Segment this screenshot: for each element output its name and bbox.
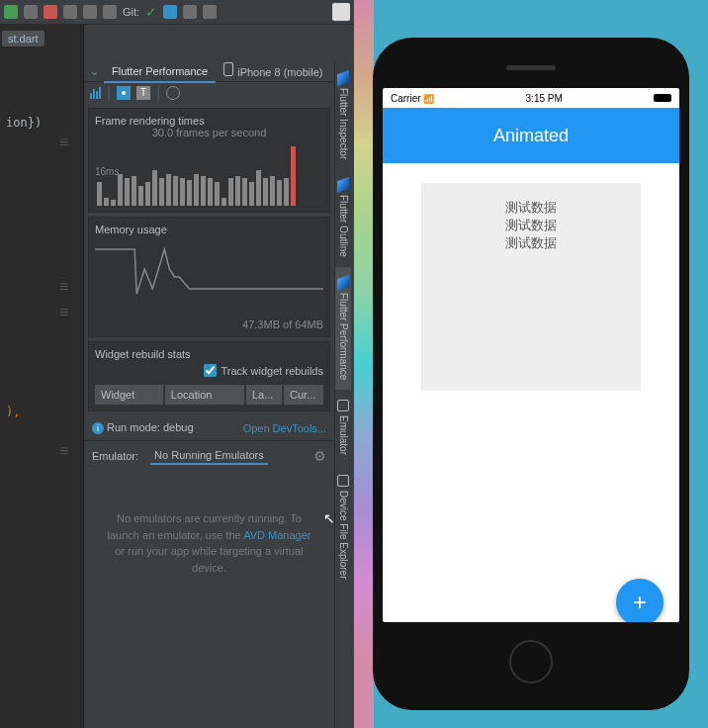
tab-flutter-performance[interactable]: Flutter Performance	[104, 61, 216, 83]
frame-bar	[242, 178, 247, 206]
vcs-commit-icon[interactable]: ✓	[145, 4, 157, 20]
track-checkbox[interactable]	[204, 364, 217, 377]
frame-bar	[208, 178, 213, 206]
panel-header: ⌄ Flutter Performance iPhone 8 (mobile)	[84, 62, 334, 82]
frame-bar	[97, 182, 102, 206]
overlay-icon[interactable]	[117, 86, 131, 100]
folder-icon	[337, 475, 349, 487]
frame-bar	[228, 178, 233, 206]
frame-bar	[132, 176, 136, 206]
restart-icon[interactable]	[83, 5, 97, 19]
device-selector[interactable]: iPhone 8 (mobile)	[216, 62, 330, 82]
col-location[interactable]: Location	[165, 385, 244, 405]
flutter-icon	[337, 70, 349, 86]
frame-bar	[118, 174, 123, 206]
carrier-label: Carrier	[391, 93, 421, 104]
fold-icon[interactable]: ≡	[2, 274, 81, 300]
phone-screen: Carrier 3:15 PM Animated 测试数据 测试数据 测试数据 …	[383, 88, 679, 622]
frame-bar	[270, 176, 275, 206]
emulator-tab[interactable]: No Running Emulators	[150, 447, 268, 465]
frame-bar-chart: 16ms	[95, 146, 323, 206]
code-fragment: ion})	[2, 56, 81, 130]
text-icon[interactable]: T	[136, 86, 150, 100]
flutter-performance-panel: ⌄ Flutter Performance iPhone 8 (mobile) …	[84, 62, 334, 728]
stop-icon[interactable]	[44, 5, 57, 19]
vcs-revert-icon[interactable]	[203, 5, 217, 19]
rail-flutter-outline[interactable]: Flutter Outline	[335, 169, 351, 267]
ide-panel: Git: ✓ st.dart ion}) ≡ ≡ ≡ ), ≡ ⌄ Flutte…	[0, 0, 354, 728]
fold-icon[interactable]: ≡	[2, 300, 81, 325]
status-bar: Carrier 3:15 PM	[383, 88, 679, 108]
rail-flutter-performance[interactable]: Flutter Performance	[335, 267, 351, 390]
bars-icon[interactable]	[90, 87, 101, 99]
flutter-icon	[337, 177, 349, 193]
frame-bar	[180, 178, 185, 206]
widget-table-header: Widget Location La... Cur...	[95, 385, 323, 405]
phone-icon	[223, 62, 233, 76]
frame-bar	[173, 176, 178, 206]
frame-bar	[235, 176, 240, 206]
avatar[interactable]	[332, 3, 350, 21]
list-item: 测试数据	[421, 199, 641, 217]
git-label: Git:	[123, 6, 139, 18]
fold-icon[interactable]: ≡	[2, 438, 81, 464]
frame-bar	[263, 178, 268, 206]
rail-flutter-inspector[interactable]: Flutter Inspector	[335, 62, 351, 169]
frame-bar	[215, 182, 220, 206]
track-toggle-row: Track widget rebuilds	[95, 360, 323, 381]
frame-bar	[291, 146, 296, 206]
fold-icon[interactable]: ≡	[2, 130, 81, 155]
home-button[interactable]	[509, 640, 553, 683]
frame-bar	[277, 180, 282, 206]
col-widget[interactable]: Widget	[95, 385, 163, 405]
color-stripe	[354, 0, 374, 728]
col-cur[interactable]: Cur...	[284, 385, 323, 405]
emulator-header: Emulator: No Running Emulators ⚙	[84, 440, 334, 471]
flutter-icon	[337, 275, 349, 291]
frame-rendering-box: Frame rendering times 30.0 frames per se…	[88, 108, 330, 213]
collapse-icon[interactable]: ⌄	[84, 65, 104, 78]
frame-bar	[145, 182, 150, 206]
fab-add-button[interactable]: +	[616, 579, 664, 622]
content-card: 测试数据 测试数据 测试数据	[421, 183, 641, 391]
open-devtools-link[interactable]: Open DevTools...	[243, 422, 326, 434]
vcs-history-icon[interactable]	[183, 5, 197, 19]
frame-bar	[187, 180, 192, 206]
phone-speaker	[506, 65, 556, 70]
frame-bar	[256, 170, 261, 206]
frame-bar	[166, 174, 171, 206]
memory-chart	[95, 239, 323, 318]
status-time: 3:15 PM	[526, 93, 563, 104]
phone-frame: Carrier 3:15 PM Animated 测试数据 测试数据 测试数据 …	[373, 38, 689, 710]
rail-emulator[interactable]: Emulator	[335, 390, 351, 465]
battery-icon	[654, 94, 671, 102]
col-la[interactable]: La...	[246, 385, 282, 405]
frame-bar	[125, 178, 130, 206]
emulator-empty-text: No emulators are currently running. To l…	[84, 471, 334, 615]
memory-box: Memory usage 47.3MB of 64MB	[88, 217, 330, 337]
debug-icon[interactable]	[24, 5, 38, 19]
info-icon: i	[92, 422, 104, 434]
frame-bar	[284, 178, 289, 206]
profile-icon[interactable]	[103, 5, 117, 19]
file-tab[interactable]: st.dart	[2, 31, 44, 46]
widget-title: Widget rebuild stats	[95, 348, 323, 360]
run-icon[interactable]	[4, 5, 18, 19]
run-mode-row: i Run mode: debug Open DevTools...	[84, 415, 334, 440]
perf-icon-row: | T |	[84, 82, 334, 104]
track-label: Track widget rebuilds	[221, 365, 323, 377]
app-title: Animated	[493, 126, 569, 146]
memory-usage-label: 47.3MB of 64MB	[95, 318, 323, 330]
clock-icon[interactable]	[166, 86, 180, 100]
emulator-label: Emulator:	[92, 450, 138, 462]
app-body: 测试数据 测试数据 测试数据 +	[383, 183, 679, 622]
rail-device-file-explorer[interactable]: Device File Explorer	[335, 465, 351, 589]
frame-bar	[201, 176, 206, 206]
frame-bar	[104, 198, 109, 206]
attach-icon[interactable]	[63, 5, 77, 19]
threshold-label: 16ms	[95, 166, 119, 177]
wifi-icon	[423, 93, 434, 104]
avd-manager-link[interactable]: AVD Manager	[243, 529, 310, 541]
gear-icon[interactable]: ⚙	[313, 448, 326, 464]
vcs-update-icon[interactable]	[163, 5, 177, 19]
